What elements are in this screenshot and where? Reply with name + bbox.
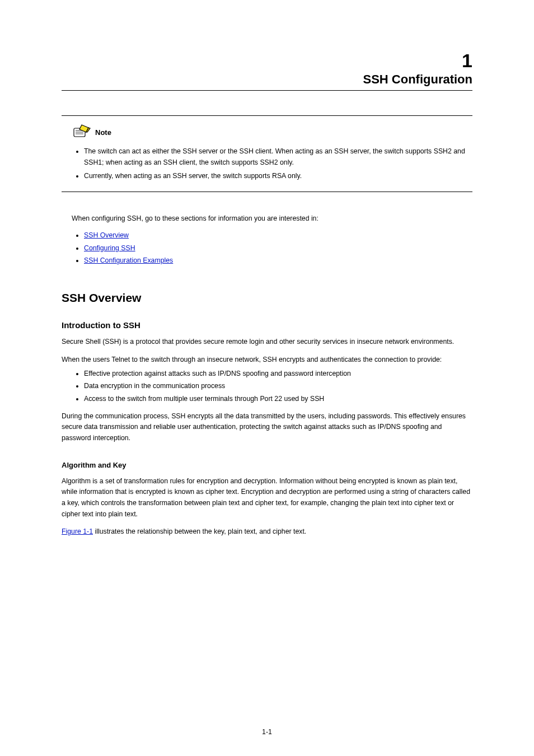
- body-paragraph: During the communication process, SSH en…: [62, 411, 472, 444]
- intro-text: When configuring SSH, go to these sectio…: [72, 213, 472, 225]
- section-heading-algorithm: Algorithm and Key: [62, 461, 472, 469]
- note-header: Note: [62, 124, 472, 141]
- toc-link-examples[interactable]: SSH Configuration Examples: [84, 256, 173, 264]
- page-number: 1-1: [262, 728, 272, 736]
- toc-item: SSH Overview: [84, 230, 472, 241]
- toc-link-configuring[interactable]: Configuring SSH: [84, 244, 135, 252]
- section-heading-intro: Introduction to SSH: [62, 320, 472, 330]
- chapter-title: SSH Configuration: [62, 72, 472, 87]
- toc-item: Configuring SSH: [84, 243, 472, 254]
- feature-item: Access to the switch from multiple user …: [84, 394, 472, 404]
- feature-item: Data encryption in the communication pro…: [84, 381, 472, 391]
- body-paragraph: Algorithm is a set of transformation rul…: [62, 476, 472, 520]
- note-icon: [72, 124, 91, 141]
- chapter-number: 1: [62, 50, 472, 71]
- toc-list: SSH Overview Configuring SSH SSH Configu…: [62, 230, 472, 267]
- body-paragraph: Secure Shell (SSH) is a protocol that pr…: [62, 337, 472, 348]
- toc-link-overview[interactable]: SSH Overview: [84, 231, 129, 239]
- feature-list: Effective protection against attacks suc…: [62, 368, 472, 404]
- note-item: The switch can act as either the SSH ser…: [84, 146, 472, 168]
- page: 1 SSH Configuration Note The switch can …: [0, 0, 534, 756]
- feature-item: Effective protection against attacks suc…: [84, 368, 472, 379]
- toc-item: SSH Configuration Examples: [84, 255, 472, 267]
- figure-reference-line: Figure 1-1 illustrates the relationship …: [62, 526, 472, 538]
- chapter-header: 1 SSH Configuration: [62, 50, 472, 91]
- note-box: Note The switch can act as either the SS…: [62, 115, 472, 192]
- page-footer: 1-1: [0, 728, 534, 736]
- note-list: The switch can act as either the SSH ser…: [62, 146, 472, 181]
- figure-link[interactable]: Figure 1-1: [62, 528, 93, 535]
- note-label: Note: [95, 128, 111, 137]
- figure-ref-suffix: illustrates the relationship between the…: [93, 528, 306, 535]
- note-item: Currently, when acting as an SSH server,…: [84, 171, 472, 182]
- body-paragraph: When the users Telnet to the switch thro…: [62, 354, 472, 366]
- section-heading-overview: SSH Overview: [62, 291, 472, 305]
